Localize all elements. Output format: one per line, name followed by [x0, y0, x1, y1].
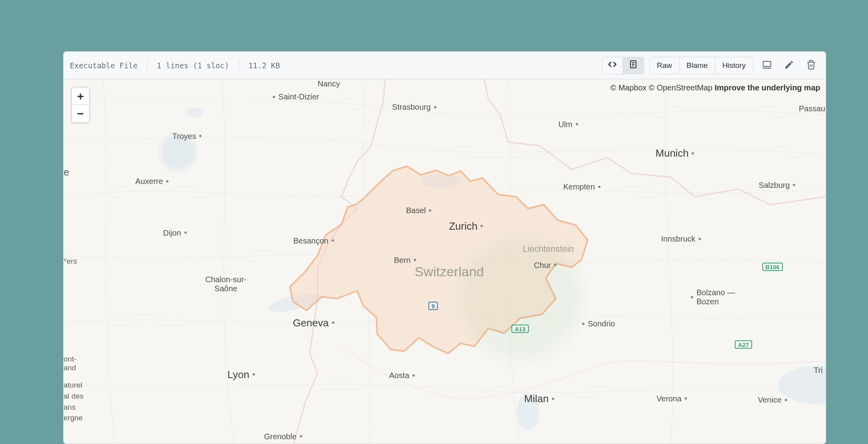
edge-label: ergne — [64, 414, 83, 422]
country-switzerland: Switzerland — [415, 264, 484, 279]
mapbox-attrib[interactable]: © Mapbox — [610, 83, 646, 92]
city-label: Bern — [394, 255, 416, 264]
city-label: Bolzano — Bozen — [691, 288, 735, 306]
map-view[interactable]: + − © Mapbox © OpenStreetMap Improve the… — [64, 79, 826, 444]
source-view-button[interactable] — [602, 57, 623, 74]
city-label: Milan — [524, 393, 554, 405]
edge-label: e — [64, 166, 69, 178]
city-label: Besançon — [293, 236, 334, 245]
city-label: Basel — [406, 206, 431, 215]
divider — [147, 60, 148, 71]
file-toolbar: Executable File 1 lines (1 sloc) 11.2 KB — [64, 52, 826, 79]
city-label: Saint-Dizier — [273, 92, 319, 101]
view-toggle-group — [602, 57, 644, 74]
pencil-icon — [784, 60, 794, 71]
edge-label: ⱽers — [64, 256, 77, 265]
city-label: Dijon — [163, 228, 187, 237]
country-liechtenstein: Liechtenstein — [523, 244, 574, 254]
city-label: Kempten — [563, 182, 600, 191]
file-actions: Raw Blame History — [602, 57, 819, 74]
edge-label: aturel — [64, 381, 82, 390]
edge-label: ont- and — [64, 355, 77, 372]
rendered-view-button[interactable] — [623, 57, 644, 74]
file-view-group: Raw Blame History — [649, 57, 753, 74]
improve-map-link[interactable]: Improve the underlying map — [715, 83, 820, 92]
route-badge: B106 — [762, 263, 783, 271]
blame-button[interactable]: Blame — [679, 57, 715, 74]
city-label: Munich — [656, 147, 694, 159]
city-label: Salzburg — [759, 180, 795, 189]
file-meta: Executable File 1 lines (1 sloc) 11.2 KB — [70, 60, 280, 71]
city-label: Innsbruck — [661, 234, 701, 244]
zoom-control: + − — [71, 87, 90, 123]
city-label: Sondrio — [582, 319, 615, 328]
city-label: Auxerre — [135, 177, 168, 186]
city-label: Lyon — [227, 368, 254, 380]
city-label: Zurich — [449, 220, 483, 232]
city-label: Troyes — [172, 131, 202, 141]
desktop-icon — [762, 60, 772, 71]
raw-button[interactable]: Raw — [650, 57, 679, 74]
edge-label: al des — [64, 392, 84, 401]
route-badge: A27 — [735, 340, 752, 348]
city-label: Geneva — [293, 317, 334, 329]
city-label: Ulm — [558, 120, 578, 129]
divider — [239, 60, 239, 71]
city-label: Tri — [814, 365, 823, 375]
zoom-in-button[interactable]: + — [72, 88, 89, 105]
route-badge: A13 — [512, 325, 529, 333]
trash-icon — [806, 60, 816, 71]
city-label: Grenoble — [264, 432, 302, 441]
city-label: Strasbourg — [392, 103, 436, 112]
zoom-out-button[interactable]: − — [72, 105, 89, 122]
city-label: Verona — [657, 394, 687, 403]
file-size-label: 11.2 KB — [249, 61, 280, 70]
svg-rect-4 — [763, 61, 771, 66]
route-badge: 9 — [428, 302, 438, 310]
document-icon — [629, 60, 638, 71]
file-viewer-panel: Executable File 1 lines (1 sloc) 11.2 KB — [63, 51, 826, 444]
history-button[interactable]: History — [715, 57, 753, 74]
city-label: Nancy — [318, 79, 340, 88]
osm-attrib[interactable]: © OpenStreetMap — [649, 83, 712, 92]
file-type-label: Executable File — [70, 61, 138, 70]
desktop-button[interactable] — [759, 57, 775, 74]
svg-point-10 — [186, 108, 203, 117]
code-icon — [608, 60, 617, 71]
city-label: Venice — [758, 395, 787, 405]
city-label: Passau — [799, 104, 825, 113]
delete-button[interactable] — [803, 57, 819, 74]
city-label: Chalon-sur- Saône — [205, 275, 246, 293]
city-label: Chur — [534, 260, 556, 270]
city-label: Aosta — [389, 371, 415, 380]
map-attribution: © Mapbox © OpenStreetMap Improve the und… — [610, 83, 820, 92]
edit-button[interactable] — [781, 57, 797, 74]
edge-label: ans — [64, 403, 76, 412]
file-lines-label: 1 lines (1 sloc) — [157, 61, 229, 70]
